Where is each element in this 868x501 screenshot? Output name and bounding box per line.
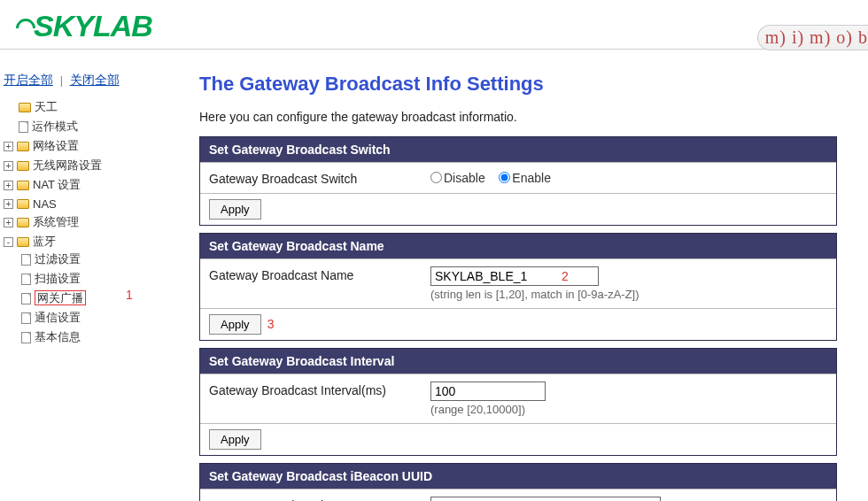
file-icon [21, 312, 31, 324]
mimo-logo: m) i) m) o) b [757, 25, 868, 50]
folder-icon [17, 181, 29, 190]
sidebar: 开启全部 | 关闭全部 天工 运作模式 +网络设置 +无线网路设置 +NAT 设… [0, 73, 177, 349]
interval-value: (range [20,10000]) [430, 382, 827, 416]
section-interval: Set Gateway Broadcast Interval Gateway B… [199, 348, 837, 456]
nav-item-scan[interactable]: 扫描设置 [21, 269, 177, 289]
section-interval-header: Set Gateway Broadcast Interval [200, 349, 836, 374]
nav-item-wireless[interactable]: +无线网路设置 [4, 156, 177, 175]
file-icon [21, 332, 31, 343]
apply-name-button[interactable]: Apply [209, 314, 261, 335]
name-hint: (string len is [1,20], match in [0-9a-zA… [430, 288, 827, 301]
expand-icon[interactable]: + [4, 142, 13, 151]
section-name-header: Set Gateway Broadcast Name [200, 234, 836, 258]
uuid-value: (string len is 32, match in [a-fA-F0-9]) [430, 497, 827, 501]
folder-icon [17, 142, 29, 151]
name-label: Gateway Broadcast Name [209, 266, 430, 282]
name-input[interactable] [430, 266, 599, 286]
folder-icon [17, 218, 29, 227]
expand-icon[interactable]: + [4, 181, 13, 190]
annotation-1: 1 [126, 288, 133, 302]
nav-item-bluetooth[interactable]: -蓝牙 过滤设置 扫描设置 网关广播 通信设置 基本信息 [4, 232, 177, 349]
annotation-2: 2 [562, 269, 569, 283]
name-value: 2 (string len is [1,20], match in [0-9a-… [430, 266, 827, 301]
close-all-link[interactable]: 关闭全部 [70, 73, 120, 87]
collapse-icon[interactable]: - [4, 237, 13, 247]
main-content: The Gateway Broadcast Info Settings Here… [199, 73, 837, 501]
page-title: The Gateway Broadcast Info Settings [199, 73, 837, 96]
file-icon [21, 254, 31, 266]
nav-item-nas[interactable]: +NAS [4, 195, 177, 212]
nav-item-filter[interactable]: 过滤设置 [21, 250, 177, 269]
page-description: Here you can configure the gateway broad… [199, 110, 837, 124]
folder-icon [17, 199, 29, 209]
enable-label: Enable [512, 171, 551, 185]
interval-hint: (range [20,10000]) [430, 403, 827, 416]
interval-label: Gateway Broadcast Interval(ms) [209, 382, 430, 397]
file-icon [21, 274, 31, 285]
uuid-input[interactable] [430, 497, 661, 501]
uuid-label: Gateway Broadcast iBeacon UUID [209, 497, 430, 501]
nav-item-basic[interactable]: 基本信息 [21, 328, 177, 347]
folder-icon [17, 237, 29, 247]
open-all-link[interactable]: 开启全部 [4, 73, 53, 87]
sidebar-top-links: 开启全部 | 关闭全部 [0, 73, 177, 89]
folder-icon [17, 161, 29, 171]
section-uuid: Set Gateway Broadcast iBeacon UUID Gatew… [199, 463, 837, 501]
nav-item-comm[interactable]: 通信设置 [21, 308, 177, 328]
section-name: Set Gateway Broadcast Name Gateway Broad… [199, 233, 837, 341]
interval-input[interactable] [430, 382, 546, 401]
apply-interval-button[interactable]: Apply [209, 429, 261, 450]
section-switch: Set Gateway Broadcast Switch Gateway Bro… [199, 136, 837, 226]
disable-label: Disable [444, 171, 485, 185]
nav-item-mode[interactable]: 运作模式 [4, 117, 177, 136]
nav-item-system[interactable]: +系统管理 [4, 212, 177, 232]
expand-icon[interactable]: + [4, 161, 13, 171]
nav-item-nat[interactable]: +NAT 设置 [4, 175, 177, 195]
nav-item-network[interactable]: +网络设置 [4, 136, 177, 156]
apply-switch-button[interactable]: Apply [209, 199, 261, 220]
logo: SKYLAB [16, 9, 152, 43]
section-uuid-header: Set Gateway Broadcast iBeacon UUID [200, 464, 836, 489]
switch-label: Gateway Broadcast Switch [209, 170, 430, 186]
header: SKYLAB m) i) m) o) b [0, 0, 868, 50]
file-icon [21, 293, 31, 304]
folder-icon [19, 103, 31, 112]
annotation-3: 3 [267, 317, 275, 331]
disable-radio[interactable] [430, 172, 442, 183]
section-switch-header: Set Gateway Broadcast Switch [200, 137, 836, 162]
expand-icon[interactable]: + [4, 199, 13, 209]
nav-item-tiangong[interactable]: 天工 [4, 97, 177, 117]
enable-radio[interactable] [499, 172, 510, 183]
nav-item-broadcast[interactable]: 网关广播 [21, 289, 177, 308]
nav-tree: 天工 运作模式 +网络设置 +无线网路设置 +NAT 设置 +NAS +系统管理… [0, 97, 177, 349]
switch-value: Disable Enable [430, 170, 827, 185]
expand-icon[interactable]: + [4, 218, 13, 227]
separator: | [60, 73, 63, 87]
file-icon [19, 121, 28, 133]
